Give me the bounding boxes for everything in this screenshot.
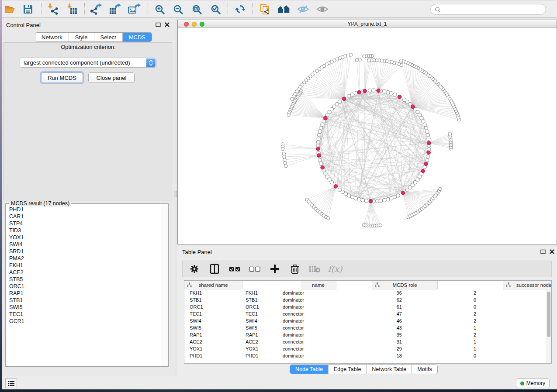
table-row[interactable]: SWI4SWI4dominator462 <box>184 317 551 324</box>
optimization-criterion-select[interactable]: largest connected component (undirected) <box>20 58 156 68</box>
tab-edge-table[interactable]: Edge Table <box>329 365 367 374</box>
memory-label: Memory <box>526 380 545 386</box>
cell-successor-nodes: 29 <box>344 345 402 352</box>
cell-name: SWI5 <box>246 324 278 331</box>
mcds-result-item[interactable]: TID3 <box>9 227 162 234</box>
delete-column-icon[interactable] <box>289 263 301 275</box>
deselect-all-checks-icon[interactable] <box>249 263 260 275</box>
mcds-result-item[interactable]: ACE2 <box>9 269 162 276</box>
shared-column-icon <box>375 282 380 287</box>
mcds-result-item[interactable]: SWI5 <box>9 304 162 311</box>
column-header-MCDS-role[interactable]: MCDS role <box>372 281 438 289</box>
table-vertical-scrollbar[interactable] <box>546 290 551 363</box>
table-row[interactable]: STB1STB1dominator620 <box>184 296 551 303</box>
mcds-result-item[interactable]: YOX1 <box>9 234 162 241</box>
select-all-checks-icon[interactable] <box>229 263 240 275</box>
close-panel-button[interactable]: Close panel <box>88 72 135 83</box>
run-mcds-button[interactable]: Run MCDS <box>41 72 83 83</box>
float-table-panel-icon[interactable] <box>540 249 546 254</box>
hide-selected-icon[interactable] <box>295 2 311 17</box>
float-panel-icon[interactable] <box>156 22 161 27</box>
mcds-result-list[interactable]: PHD1CAR1STP4TID3YOX1SWI4SRD1PMA2FKH1ACE2… <box>6 204 162 366</box>
search-icon <box>435 7 441 13</box>
cell-predecessor-nodes: 2 <box>408 310 476 317</box>
network-window-titlebar[interactable]: YPA_prune.txt_1 <box>178 20 557 28</box>
add-column-icon[interactable] <box>269 263 280 275</box>
mcds-result-item[interactable]: GCR1 <box>9 318 162 325</box>
mcds-result-item[interactable]: STB1 <box>9 297 162 304</box>
table-row[interactable]: YOX1YOX1connector291 <box>184 345 551 352</box>
mcds-result-item[interactable]: ORC1 <box>9 283 162 290</box>
zoom-fit-icon[interactable] <box>189 2 204 17</box>
cell-shared-name: FKH1 <box>190 289 242 296</box>
zoom-selected-icon[interactable] <box>208 2 223 17</box>
table-row[interactable]: ACE2ACE2connector311 <box>184 338 551 345</box>
open-file-icon[interactable] <box>3 2 18 17</box>
import-table-icon[interactable] <box>65 2 80 17</box>
memory-button[interactable]: Memory <box>516 378 550 388</box>
table-row[interactable]: TEC1TEC1connector472 <box>184 310 551 317</box>
export-network-icon[interactable] <box>88 2 104 17</box>
tab-motifs[interactable]: Motifs <box>412 365 437 374</box>
mcds-result-item[interactable]: RAP1 <box>9 290 162 297</box>
cell-shared-name: YOX1 <box>190 345 242 352</box>
export-image-icon[interactable] <box>127 2 142 17</box>
toolbar-separator <box>84 3 85 15</box>
zoom-in-icon[interactable] <box>152 2 167 17</box>
table-row[interactable]: SWI5SWI5connector431 <box>184 324 551 331</box>
mcds-result-item[interactable]: SRD1 <box>9 248 162 255</box>
refresh-layout-icon[interactable] <box>232 2 248 17</box>
table-row[interactable]: RAP1RAP1dominator352 <box>184 331 551 338</box>
network-canvas[interactable] <box>178 28 557 244</box>
mcds-result-item[interactable]: PHD1 <box>9 206 162 213</box>
scrollbar-thumb[interactable] <box>547 292 550 337</box>
cell-MCDS-role: dominator <box>283 289 344 296</box>
mcds-result-item[interactable]: SWI4 <box>9 241 162 248</box>
tab-node-table[interactable]: Node Table <box>290 365 329 374</box>
tab-network-table[interactable]: Network Table <box>367 365 412 374</box>
table-row[interactable]: PHD1PHD1dominator180 <box>184 352 551 359</box>
show-all-icon[interactable] <box>315 2 330 17</box>
mcds-list-scrollbar[interactable] <box>162 204 168 366</box>
toolbar-separator <box>253 3 253 15</box>
mcds-result-item[interactable]: PMA2 <box>9 255 162 262</box>
tab-network[interactable]: Network <box>35 33 69 41</box>
close-table-panel-icon[interactable] <box>550 249 554 254</box>
cell-successor-nodes: 96 <box>344 289 402 296</box>
network-graph[interactable] <box>178 28 557 244</box>
settings-gear-icon[interactable] <box>189 263 200 275</box>
mcds-result-item[interactable]: FKH1 <box>9 262 162 269</box>
column-header-name[interactable]: name <box>301 281 336 289</box>
save-session-icon[interactable] <box>20 2 36 17</box>
export-table-icon[interactable] <box>107 2 123 17</box>
mcds-result-item[interactable]: CAR1 <box>9 213 162 220</box>
panel-splitter-handle[interactable] <box>174 191 177 197</box>
mcds-result-item[interactable]: TEC1 <box>9 311 162 318</box>
mcds-result-item[interactable]: STB5 <box>9 276 162 283</box>
cell-shared-name: PHD1 <box>190 352 242 359</box>
tab-select[interactable]: Select <box>94 33 123 41</box>
table-row[interactable]: FKH1FKH1dominator962 <box>184 289 551 296</box>
table-row[interactable]: ORC1ORC1dominator610 <box>184 303 551 310</box>
select-stepper-icon <box>146 58 156 67</box>
show-columns-icon[interactable] <box>209 263 220 275</box>
column-header-successor-nodes[interactable]: successor nodes <box>503 281 552 289</box>
task-history-button[interactable] <box>5 378 17 388</box>
search-input[interactable] <box>443 5 539 14</box>
close-panel-icon[interactable] <box>165 22 170 27</box>
control-panel: Control Panel NetworkStyleSelectMCDS Opt… <box>2 18 175 376</box>
shared-column-icon <box>187 282 192 287</box>
cell-predecessor-nodes: 2 <box>408 331 476 338</box>
first-neighbors-icon[interactable] <box>276 2 292 17</box>
search-box[interactable] <box>430 4 546 15</box>
import-network-icon[interactable] <box>45 2 61 17</box>
zoom-out-icon[interactable] <box>170 2 186 17</box>
tab-style[interactable]: Style <box>69 33 94 41</box>
mcds-result-item[interactable]: STP4 <box>9 220 162 227</box>
criterion-value: largest connected component (undirected) <box>24 59 130 66</box>
cell-MCDS-role: dominator <box>283 352 344 359</box>
cell-shared-name: SWI5 <box>190 324 242 331</box>
column-header-shared-name[interactable]: shared name <box>184 281 242 289</box>
tab-mcds[interactable]: MCDS <box>123 33 152 41</box>
copy-network-icon[interactable] <box>257 2 273 17</box>
